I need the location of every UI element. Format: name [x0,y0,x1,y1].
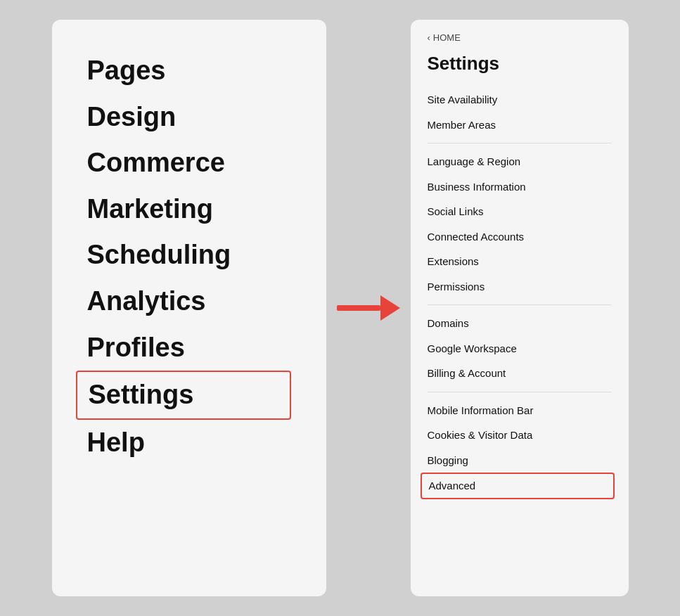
nav-item-profiles[interactable]: Profiles [87,325,291,371]
back-chevron-icon: ‹ [428,32,430,43]
settings-item-mobile-information-bar[interactable]: Mobile Information Bar [428,398,612,423]
settings-item-member-areas[interactable]: Member Areas [428,113,612,138]
nav-item-commerce[interactable]: Commerce [87,140,291,186]
settings-title: Settings [428,53,612,75]
settings-item-connected-accounts[interactable]: Connected Accounts [428,224,612,250]
settings-divider-1 [428,304,612,305]
settings-group-2: DomainsGoogle WorkspaceBilling & Account [428,311,612,386]
nav-item-design[interactable]: Design [87,94,291,141]
settings-list: Site AvailabilityMember AreasLanguage & … [411,87,629,596]
arrow-container [326,295,411,321]
settings-item-language-and-region[interactable]: Language & Region [428,149,612,174]
right-panel: ‹ HOME Settings Site AvailabilityMember … [411,20,629,596]
settings-item-domains[interactable]: Domains [428,311,612,336]
nav-item-marketing[interactable]: Marketing [87,186,291,233]
settings-item-site-availability[interactable]: Site Availability [428,87,612,113]
settings-item-blogging[interactable]: Blogging [428,448,612,473]
arrow-shaft [337,305,380,311]
settings-item-advanced[interactable]: Advanced [421,473,615,499]
nav-item-help[interactable]: Help [87,420,291,466]
nav-item-settings[interactable]: Settings [76,371,291,420]
right-arrow [337,295,400,321]
settings-item-billing-and-account[interactable]: Billing & Account [428,361,612,386]
nav-item-scheduling[interactable]: Scheduling [87,232,291,278]
settings-group-1: Language & RegionBusiness InformationSoc… [428,149,612,299]
back-label: HOME [433,32,461,43]
settings-divider-0 [428,143,612,143]
settings-group-3: Mobile Information BarCookies & Visitor … [428,398,612,499]
back-link[interactable]: ‹ HOME [428,32,612,43]
left-panel: PagesDesignCommerceMarketingSchedulingAn… [52,20,326,596]
right-panel-header: ‹ HOME Settings [411,20,629,87]
settings-item-extensions[interactable]: Extensions [428,249,612,274]
settings-item-cookies-and-visitor-data[interactable]: Cookies & Visitor Data [428,423,612,448]
settings-divider-2 [428,392,612,392]
settings-item-social-links[interactable]: Social Links [428,199,612,224]
settings-item-permissions[interactable]: Permissions [428,274,612,300]
nav-item-pages[interactable]: Pages [87,48,291,94]
settings-item-business-information[interactable]: Business Information [428,174,612,200]
main-container: PagesDesignCommerceMarketingSchedulingAn… [0,0,680,616]
arrow-head [380,295,400,321]
nav-item-analytics[interactable]: Analytics [87,278,291,325]
settings-item-google-workspace[interactable]: Google Workspace [428,336,612,361]
settings-group-0: Site AvailabilityMember Areas [428,87,612,137]
